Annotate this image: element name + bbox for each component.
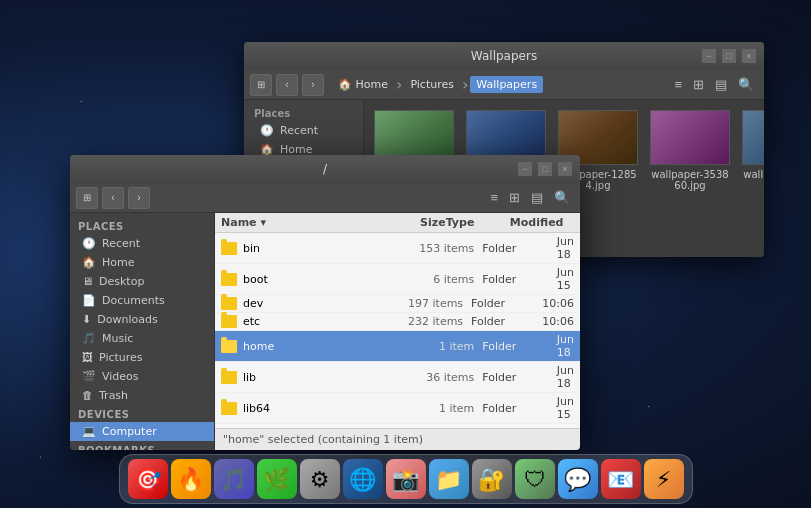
filemanager-sidebar: Places 🕐Recent 🏠Home 🖥Desktop 📄Documents… <box>70 213 215 450</box>
file-thumb-353860[interactable]: wallpaper-353860.jpg <box>650 110 730 247</box>
recent-icon: 🕐 <box>82 237 96 250</box>
wallpapers-view-grid-btn[interactable]: ⊞ <box>689 75 708 94</box>
documents-icon: 📄 <box>82 294 96 307</box>
wallpapers-close-btn[interactable]: × <box>742 49 756 63</box>
sidebar-computer[interactable]: 💻Computer <box>70 422 214 441</box>
sidebar-documents[interactable]: 📄Documents <box>70 291 214 310</box>
file-row-home[interactable]: home 1 item Folder Jun 18 <box>215 331 580 362</box>
col-size-header[interactable]: Size <box>381 216 445 229</box>
sidebar-home[interactable]: 🏠Home <box>70 253 214 272</box>
folder-icon <box>221 315 237 328</box>
sidebar-videos[interactable]: 🎬Videos <box>70 367 214 386</box>
file-row-lib[interactable]: lib 36 items Folder Jun 18 <box>215 362 580 393</box>
filemanager-title: / <box>323 162 327 176</box>
file-row-etc[interactable]: etc 232 items Folder 10:06 <box>215 313 580 331</box>
filemanager-close-btn[interactable]: × <box>558 162 572 176</box>
folder-icon <box>221 402 237 415</box>
sidebar-music[interactable]: 🎵Music <box>70 329 214 348</box>
dock-item-4[interactable]: 🌿 <box>257 459 297 499</box>
wallpapers-title: Wallpapers <box>471 49 537 63</box>
sidebar-recent[interactable]: 🕐Recent <box>70 234 214 253</box>
wallpapers-sidebar-recent[interactable]: 🕐 Recent <box>244 121 363 140</box>
filemanager-toolbar-right: ≡ ⊞ ▤ 🔍 <box>486 188 574 207</box>
sidebar-devices-label: Devices <box>70 405 214 422</box>
sidebar-bookmarks-label: Bookmarks <box>70 441 214 450</box>
home-icon: 🏠 <box>82 256 96 269</box>
col-modified-header[interactable]: Modified <box>510 216 574 229</box>
filemanager-forward-btn[interactable]: › <box>128 187 150 209</box>
folder-icon <box>221 242 237 255</box>
folder-icon <box>221 340 237 353</box>
pictures-icon: 🖼 <box>82 351 93 364</box>
recent-icon: 🕐 <box>260 124 274 137</box>
sidebar-places-label: Places <box>70 217 214 234</box>
sidebar-desktop[interactable]: 🖥Desktop <box>70 272 214 291</box>
wallpapers-maximize-btn[interactable]: □ <box>722 49 736 63</box>
filemanager-status-bar: "home" selected (containing 1 item) <box>215 428 580 450</box>
dock-item-5[interactable]: ⚙ <box>300 459 340 499</box>
filemanager-maximize-btn[interactable]: □ <box>538 162 552 176</box>
dock-item-3[interactable]: 🎵 <box>214 459 254 499</box>
dock-item-12[interactable]: 📧 <box>601 459 641 499</box>
file-row-lib64[interactable]: lib64 1 item Folder Jun 15 <box>215 393 580 424</box>
wallpapers-minimize-btn[interactable]: − <box>702 49 716 63</box>
wallpapers-view-compact-btn[interactable]: ▤ <box>711 75 731 94</box>
filemanager-search-btn[interactable]: 🔍 <box>550 188 574 207</box>
filemanager-minimize-btn[interactable]: − <box>518 162 532 176</box>
dock-item-11[interactable]: 💬 <box>558 459 598 499</box>
thumb-label-353860: wallpaper-353860.jpg <box>650 169 730 191</box>
filemanager-content: Places 🕐Recent 🏠Home 🖥Desktop 📄Documents… <box>70 213 580 450</box>
folder-icon <box>221 273 237 286</box>
dock: 🎯 🔥 🎵 🌿 ⚙ 🌐 📸 📁 🔐 🛡 💬 📧 ⚡ <box>119 454 693 504</box>
wallpapers-grid-btn[interactable]: ⊞ <box>250 74 272 96</box>
filemanager-grid-btn[interactable]: ⊞ <box>76 187 98 209</box>
file-row-boot[interactable]: boot 6 items Folder Jun 15 <box>215 264 580 295</box>
dock-item-7[interactable]: 📸 <box>386 459 426 499</box>
file-row-bin[interactable]: bin 153 items Folder Jun 18 <box>215 233 580 264</box>
breadcrumb-home[interactable]: 🏠 Home <box>332 76 394 93</box>
wallpapers-view-list-btn[interactable]: ≡ <box>670 75 686 94</box>
wallpapers-search-btn[interactable]: 🔍 <box>734 75 758 94</box>
trash-icon: 🗑 <box>82 389 93 402</box>
dock-item-8[interactable]: 📁 <box>429 459 469 499</box>
dock-item-1[interactable]: 🎯 <box>128 459 168 499</box>
sidebar-pictures[interactable]: 🖼Pictures <box>70 348 214 367</box>
desktop-icon: 🖥 <box>82 275 93 288</box>
wallpapers-breadcrumb: 🏠 Home › Pictures › Wallpapers <box>332 75 543 94</box>
breadcrumb-wallpapers[interactable]: Wallpapers <box>470 76 543 93</box>
downloads-icon: ⬇ <box>82 313 91 326</box>
folder-icon <box>221 297 237 310</box>
wallpapers-win-controls: − □ × <box>702 49 756 63</box>
thumb-label-01551: wallpaper-1015511. <box>742 169 764 191</box>
col-type-header[interactable]: Type <box>446 216 510 229</box>
dock-item-6[interactable]: 🌐 <box>343 459 383 499</box>
filemanager-view-grid-btn[interactable]: ⊞ <box>505 188 524 207</box>
file-row-dev[interactable]: dev 197 items Folder 10:06 <box>215 295 580 313</box>
col-name-header[interactable]: Name ▾ <box>221 216 381 229</box>
wallpapers-places-label: Places <box>244 106 363 121</box>
filemanager-titlebar: / − □ × <box>70 155 580 183</box>
music-icon: 🎵 <box>82 332 96 345</box>
filemanager-view-list-btn[interactable]: ≡ <box>486 188 502 207</box>
breadcrumb-pictures[interactable]: Pictures <box>404 76 460 93</box>
filemanager-win-controls: − □ × <box>518 162 572 176</box>
dock-item-9[interactable]: 🔐 <box>472 459 512 499</box>
file-thumb-01551[interactable]: wallpaper-1015511. <box>742 110 764 247</box>
filemanager-window: / − □ × ⊞ ‹ › ≡ ⊞ ▤ 🔍 Places 🕐Recent 🏠Ho… <box>70 155 580 450</box>
sidebar-downloads[interactable]: ⬇Downloads <box>70 310 214 329</box>
thumb-img-353860 <box>650 110 730 165</box>
wallpapers-titlebar: Wallpapers − □ × <box>244 42 764 70</box>
filemanager-view-compact-btn[interactable]: ▤ <box>527 188 547 207</box>
wallpapers-forward-btn[interactable]: › <box>302 74 324 96</box>
file-list-header: Name ▾ Size Type Modified <box>215 213 580 233</box>
dock-item-2[interactable]: 🔥 <box>171 459 211 499</box>
thumb-img-01551 <box>742 110 764 165</box>
wallpapers-back-btn[interactable]: ‹ <box>276 74 298 96</box>
filemanager-back-btn[interactable]: ‹ <box>102 187 124 209</box>
dock-item-13[interactable]: ⚡ <box>644 459 684 499</box>
dock-item-10[interactable]: 🛡 <box>515 459 555 499</box>
status-text: "home" selected (containing 1 item) <box>223 433 423 446</box>
wallpapers-toolbar-right: ≡ ⊞ ▤ 🔍 <box>670 75 758 94</box>
videos-icon: 🎬 <box>82 370 96 383</box>
sidebar-trash[interactable]: 🗑Trash <box>70 386 214 405</box>
